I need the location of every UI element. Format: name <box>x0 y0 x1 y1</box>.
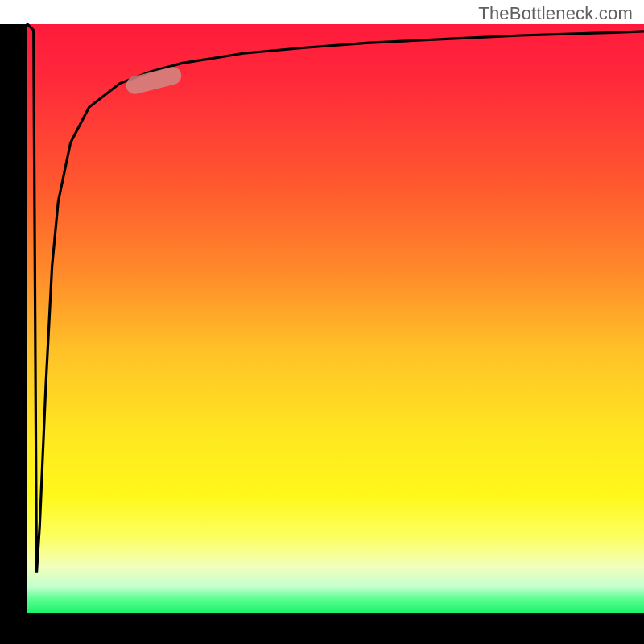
chart-container: TheBottleneck.com <box>0 0 644 644</box>
bottleneck-chart <box>0 0 644 644</box>
plot-area <box>27 24 644 613</box>
x-axis-band <box>0 613 644 644</box>
y-axis-band <box>0 24 27 620</box>
